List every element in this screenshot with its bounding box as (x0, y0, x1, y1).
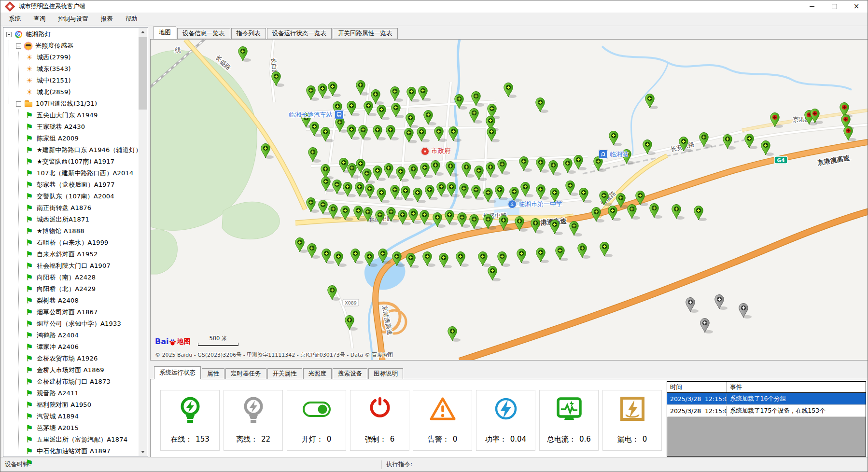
device-pin-online[interactable] (365, 184, 378, 199)
device-pin-online[interactable] (420, 210, 433, 225)
device-pin-online[interactable] (550, 220, 563, 235)
menu-item-4[interactable]: 帮助 (119, 13, 144, 26)
device-pin-online[interactable] (679, 137, 692, 152)
device-pin-online[interactable] (566, 181, 578, 196)
device-pin-online[interactable] (462, 163, 475, 178)
device-pin-online[interactable] (396, 167, 409, 182)
panel-tab-3[interactable]: 开关属性 (267, 368, 302, 379)
device-pin-online[interactable] (723, 135, 736, 150)
device-pin-online[interactable] (377, 188, 390, 203)
device-pin-online[interactable] (694, 206, 707, 221)
device-pin-online[interactable] (449, 127, 462, 142)
maximize-button[interactable] (823, 0, 845, 13)
minimize-button[interactable] (801, 0, 823, 13)
tree-item[interactable]: ⚑金桥农贸市场 A1926 (4, 353, 149, 364)
device-pin-online[interactable] (460, 184, 472, 199)
device-pin-online[interactable] (392, 252, 405, 267)
tree-item[interactable]: ⚑观音路 A2411 (4, 388, 149, 399)
device-pin-online[interactable] (608, 206, 621, 221)
device-pin-online[interactable] (472, 92, 484, 107)
device-pin-forced[interactable] (811, 109, 823, 124)
tree-item[interactable]: ⚑★建新中路路口东 A1946（辅道灯） (4, 144, 149, 156)
tree-item[interactable]: ⚑梨树巷 A2408 (4, 295, 149, 306)
map-tab-2[interactable]: 指令列表 (231, 28, 266, 39)
device-pin-online[interactable] (391, 87, 403, 102)
device-pin-online[interactable] (594, 157, 606, 172)
device-pin-online[interactable] (434, 127, 447, 142)
device-pin-online[interactable] (536, 98, 548, 113)
poi-school[interactable]: 文 临湘市第一中学 (508, 200, 562, 208)
device-pin-online[interactable] (616, 194, 629, 208)
device-pin-online[interactable] (424, 111, 436, 125)
collapse-toggle-icon[interactable] (16, 101, 21, 107)
tree-item[interactable]: ⚑南正街转盘 A1876 (4, 202, 149, 214)
device-pin-online[interactable] (295, 238, 308, 253)
device-pin-online[interactable] (391, 185, 403, 200)
device-pin-online[interactable] (308, 244, 320, 259)
tree-item[interactable]: ⚑金桥大市场对面 A1869 (4, 364, 149, 376)
device-pin-online[interactable] (458, 213, 470, 228)
panel-tab-1[interactable]: 属性 (202, 368, 224, 379)
device-pin-online[interactable] (549, 161, 561, 176)
device-pin-online[interactable] (478, 252, 491, 267)
device-pin-online[interactable] (341, 206, 353, 221)
tree-item[interactable]: ⚑汽贸城 A1894 (4, 411, 149, 422)
map-canvas[interactable]: G4 X089 线 长盛路 长白路 长安东路 京港线 京港澳高速 港澳高速 长盛… (150, 39, 868, 361)
device-pin-online[interactable] (643, 140, 656, 155)
event-log-row-0[interactable]: 2025/3/28 12:15:08系统加载了16个分组 (667, 393, 866, 405)
device-pin-online[interactable] (650, 204, 662, 219)
panel-tab-5[interactable]: 搜索设备 (333, 368, 367, 379)
device-pin-online[interactable] (600, 242, 613, 257)
device-pin-online[interactable] (343, 182, 356, 197)
menu-item-3[interactable]: 报表 (95, 13, 119, 26)
device-pin-online[interactable] (472, 185, 484, 200)
device-pin-online[interactable] (261, 144, 274, 159)
tree-item[interactable]: ⚑五尖山大门东 A1949 (4, 110, 149, 121)
device-pin-online[interactable] (609, 131, 622, 146)
device-pin-online[interactable] (470, 215, 482, 230)
device-pin-online[interactable] (536, 248, 549, 263)
device-pin-online[interactable] (386, 125, 399, 140)
menu-item-2[interactable]: 控制与设置 (52, 13, 95, 26)
device-pin-online[interactable] (377, 105, 390, 120)
device-pin-online[interactable] (308, 148, 321, 163)
device-pin-online[interactable] (417, 127, 430, 142)
device-pin-online[interactable] (570, 222, 582, 236)
device-pin-online[interactable] (431, 161, 444, 176)
poi-railway-station[interactable]: 临湘站 (599, 150, 629, 159)
device-pin-online[interactable] (345, 316, 358, 331)
device-pin-online[interactable] (455, 95, 467, 110)
device-pin-online[interactable] (409, 209, 421, 224)
close-button[interactable]: × (845, 0, 868, 13)
poi-bus-station[interactable]: 临湘长途汽车站 (289, 110, 344, 119)
collapse-toggle-icon[interactable] (6, 32, 12, 37)
device-pin-online[interactable] (405, 128, 417, 143)
menu-item-1[interactable]: 查询 (27, 13, 52, 26)
device-pin-online[interactable] (406, 113, 419, 128)
tree-item[interactable]: ⚑福利院对面 A1950 (4, 399, 149, 411)
poi-city-government[interactable]: ★ 市政府 (421, 147, 451, 155)
device-pin-online[interactable] (328, 82, 341, 97)
device-pin-online[interactable] (365, 252, 378, 267)
tree-item[interactable]: ⚑烟草公司对面 A1867 (4, 306, 149, 318)
tree-item[interactable]: ☀城东(3543) (4, 63, 149, 75)
device-pin-offline[interactable] (686, 298, 699, 313)
tree-item[interactable]: ⚑自来水斜对面 A1952 (4, 249, 149, 260)
menu-item-0[interactable]: 系统 (2, 13, 27, 26)
device-pin-online[interactable] (446, 162, 459, 177)
device-pin-online[interactable] (371, 90, 384, 105)
device-pin-online[interactable] (519, 157, 532, 172)
device-pin-online[interactable] (448, 327, 461, 342)
device-pin-online[interactable] (672, 205, 685, 220)
tree-item[interactable]: ⚑中石化加油站对面 A1897 (4, 445, 149, 457)
device-pin-online[interactable] (495, 185, 508, 200)
device-pin-online[interactable] (456, 252, 469, 267)
tree-item[interactable]: ⚑向阳桥（南）A2428 (4, 272, 149, 283)
tree-item[interactable]: ⚑谭家冲 A2406 (4, 341, 149, 353)
tree-item[interactable]: ☀城中(2151) (4, 75, 149, 86)
device-pin-online[interactable] (334, 252, 347, 267)
device-pin-online[interactable] (531, 219, 544, 234)
device-pin-online[interactable] (486, 163, 499, 178)
device-pin-online[interactable] (515, 217, 528, 232)
tree-item[interactable]: ☀城北(2859) (4, 86, 149, 98)
